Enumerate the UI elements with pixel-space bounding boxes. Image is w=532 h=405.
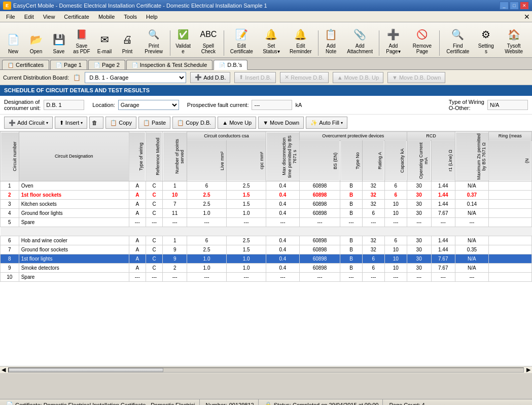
tab-dbs[interactable]: 📄 D.B.'s — [214, 60, 247, 70]
toolbar-separator-5 — [439, 30, 440, 56]
th-rating: Rating A — [362, 140, 384, 181]
tab-certificates[interactable]: 📋 Certificates — [2, 60, 49, 69]
table-row[interactable]: 3Kitchen socketsAC72.51.50.460898B321030… — [1, 199, 532, 208]
tab-page2[interactable]: 📄 Page 2 — [88, 60, 125, 69]
delete-circuit-icon: 🗑 — [92, 120, 97, 126]
add-page-button[interactable]: ➕ Add Page▾ — [380, 25, 406, 56]
print-preview-button[interactable]: 🔍 Print Preview — [139, 25, 168, 56]
spell-check-label: Spell Check — [197, 43, 220, 54]
add-page-icon: ➕ — [385, 27, 401, 42]
th-rcd-group: RCD — [407, 132, 455, 141]
set-status-button[interactable]: 🔔 Set Status▾ — [258, 25, 285, 56]
edit-reminder-label: Edit Reminder — [288, 43, 314, 54]
table-row[interactable]: 6Hob and wine coolerAC162.50.460898B3263… — [1, 236, 532, 245]
remove-page-button[interactable]: 🚫 Remove Page — [407, 25, 438, 56]
tab-page1[interactable]: 📄 Page 1 — [50, 60, 87, 69]
paste-label: Paste — [152, 120, 166, 126]
menu-help[interactable]: Help — [142, 11, 162, 22]
move-db-down-button[interactable]: ▼ Move D.B. Down — [387, 72, 445, 83]
tab-page2-icon: 📄 — [94, 62, 100, 68]
edit-certificate-label: Edit Certificate — [228, 43, 255, 54]
add-db-button[interactable]: ➕ Add D.B. — [190, 72, 230, 83]
table-row[interactable]: 1OvenAC162.50.460898B326301.44N/A — [1, 181, 532, 190]
th-capacity: Capacity kA — [384, 140, 407, 181]
menu-certificate[interactable]: Certificate — [60, 11, 93, 22]
table-row[interactable]: 21st floor socketsAC102.51.50.460898B326… — [1, 190, 532, 199]
tab-inspection[interactable]: 📄 Inspection & Test Schedule — [126, 60, 213, 69]
fault-current-label: Prospective fault current: — [187, 102, 249, 108]
collapse-button[interactable]: ✕ — [524, 13, 530, 21]
insert-db-button[interactable]: ⬆ Insert D.B. — [234, 72, 276, 83]
menu-view[interactable]: View — [39, 11, 59, 22]
toolbar-separator-2 — [224, 30, 224, 56]
insert-circuit-arrow: ▾ — [81, 121, 83, 125]
table-row[interactable]: 81st floor lightsAC91.01.00.460898B61030… — [1, 254, 532, 263]
menu-bar: File Edit View Certificate Mobile Tools … — [0, 11, 532, 22]
edit-reminder-button[interactable]: 🔔 Edit Reminder — [285, 25, 316, 56]
remove-db-label: Remove D.B. — [291, 75, 324, 81]
move-up-button[interactable]: ▲ Move Up — [218, 117, 256, 129]
remove-db-icon: ✕ — [285, 74, 289, 81]
th-circuit-number: Circuit number — [1, 132, 19, 181]
add-note-button[interactable]: 📋 Add Note — [320, 25, 342, 56]
validate-button[interactable]: ✅ Validate — [172, 25, 194, 56]
save-button[interactable]: 💾 Save — [48, 25, 70, 56]
move-db-up-icon: ▲ — [337, 75, 343, 81]
save-as-pdf-button[interactable]: 📕 Saveas PDF — [70, 25, 93, 56]
scroll-right-button[interactable]: ▶ — [525, 366, 532, 373]
open-icon: 📂 — [28, 31, 44, 48]
copy-button[interactable]: 📋 Copy — [105, 117, 136, 129]
email-button[interactable]: ✉ E-mail — [93, 25, 116, 56]
minimize-button[interactable]: _ — [500, 2, 509, 10]
th-bs: BS (EN) — [299, 140, 340, 181]
tysoft-website-button[interactable]: 🏠 Tysoft Website — [498, 25, 530, 56]
th-type-no: Type No — [340, 140, 363, 181]
scroll-left-button[interactable]: ◀ — [0, 366, 7, 373]
add-circuit-button[interactable]: ➕ Add Circuit ▾ — [4, 117, 53, 129]
menu-tools[interactable]: Tools — [120, 11, 141, 22]
table-row[interactable]: 7Ground floor socketsAC92.51.50.460898B3… — [1, 245, 532, 254]
menu-file[interactable]: File — [2, 11, 19, 22]
table-row[interactable]: 5Spare----------------------------------… — [1, 217, 532, 227]
table-row[interactable]: 9Smoke detectorsAC21.01.00.460898B610307… — [1, 263, 532, 272]
insert-circuit-button[interactable]: ⬆ Insert ▾ — [55, 117, 88, 129]
move-db-up-button[interactable]: ▲ Move D.B. Up — [333, 72, 383, 83]
th-type-wiring: Type of wiring — [129, 132, 146, 181]
menu-mobile[interactable]: Mobile — [94, 11, 119, 22]
scrollbar-track[interactable] — [8, 367, 524, 373]
status-number-value: 00129812 — [229, 402, 254, 406]
circuit-table-container[interactable]: Circuit number Circuit Designation Type … — [0, 131, 532, 366]
menu-edit[interactable]: Edit — [20, 11, 38, 22]
add-db-label: Add D.B. — [203, 75, 226, 81]
find-certificate-button[interactable]: 🔍 Find Certificate — [441, 25, 474, 56]
new-button[interactable]: 📄 New — [2, 25, 24, 56]
scrollbar-thumb[interactable] — [9, 368, 163, 372]
print-button[interactable]: 🖨 Print — [116, 25, 138, 56]
insert-circuit-icon: ⬆ — [59, 120, 64, 126]
save-label: Save — [53, 49, 65, 54]
edit-certificate-button[interactable]: 📝 Edit Certificate — [226, 25, 258, 56]
maximize-button[interactable]: □ — [510, 2, 519, 10]
wiring-value: N/A — [487, 100, 528, 110]
fault-current-field: Prospective fault current: --- kA — [187, 100, 302, 110]
auto-fill-button[interactable]: ✨ Auto Fill ▾ — [306, 117, 347, 129]
move-db-up-label: Move D.B. Up — [344, 75, 379, 81]
add-attachment-icon: 📎 — [352, 27, 368, 42]
add-attachment-button[interactable]: 📎 Add Attachment — [343, 25, 377, 56]
paste-button[interactable]: 📋 Paste — [138, 117, 170, 129]
delete-circuit-button[interactable]: 🗑 — [89, 117, 103, 129]
spell-check-button[interactable]: ABC Spell Check — [195, 25, 222, 56]
horizontal-scrollbar[interactable]: ◀ ▶ — [0, 366, 532, 373]
open-button[interactable]: 📂 Open — [25, 25, 47, 56]
table-row[interactable]: 10Spare---------------------------------… — [1, 272, 532, 281]
settings-button[interactable]: ⚙ Settings — [475, 25, 497, 56]
table-row[interactable]: 4Ground floor lightsAC111.01.00.460898B6… — [1, 208, 532, 217]
print-icon: 🖨 — [119, 31, 135, 48]
remove-db-button[interactable]: ✕ Remove D.B. — [280, 72, 328, 83]
status-page-count: Page Count: 4 — [385, 399, 429, 405]
move-down-button[interactable]: ▼ Move Down — [258, 117, 304, 129]
db-select[interactable]: D.B. 1 - Garage — [85, 72, 186, 83]
close-button[interactable]: ✕ — [520, 2, 529, 10]
copy-db-button[interactable]: 📋 Copy D.B. — [172, 117, 216, 129]
location-select[interactable]: Garage — [118, 100, 179, 110]
